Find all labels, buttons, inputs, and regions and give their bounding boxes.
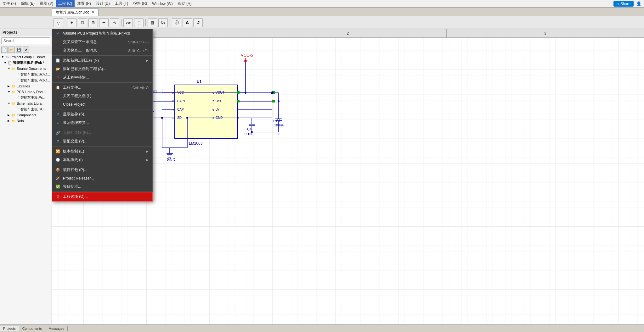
share-button[interactable]: ▷ Share — [613, 1, 634, 7]
tree-item-source-docs[interactable]: ▼ 📁 Source Documents — [0, 66, 52, 71]
bottom-tab-messages[interactable]: Messages — [45, 326, 68, 331]
menu-help[interactable]: 帮助 (H) — [175, 0, 194, 7]
toolbar-diode-btn[interactable]: D₁ — [158, 18, 168, 27]
menu-remove[interactable]: ✕ 从工程中移除... — [52, 73, 152, 82]
menu-show-diff[interactable]: ⊕ 显示差异 (S)... — [52, 110, 152, 119]
panel-save-btn[interactable]: 💾 — [16, 47, 22, 53]
menu-design[interactable]: 设计 (D) — [93, 0, 112, 7]
tree-item-smart-car-prj[interactable]: ▼ 📋 智能车主板.PrjPcb * — [0, 60, 52, 66]
arrow-icon: ▼ — [8, 90, 11, 93]
project-file-icon: 📋 — [55, 85, 61, 90]
menu-show-phys-diff[interactable]: ⊕ 显示物理差异... — [52, 119, 152, 127]
menu-view[interactable]: 视图 (V) — [37, 0, 56, 7]
tree-item-pcb-doc[interactable]: ▶ 📄 智能车主板.PcbD... — [0, 77, 52, 83]
menu-edit[interactable]: 编辑 (E) — [19, 0, 37, 7]
toolbar: + □ ⊟ ═ ∿ Vcc ⌶ ▦ D₁ ⓘ A ↺ — [0, 16, 644, 29]
bottom-tab-projects[interactable]: Projects — [0, 326, 19, 331]
local-hist-label: 本地历史 (I) — [63, 157, 144, 163]
tree-item-libraries[interactable]: ▶ 📁 Libraries — [0, 83, 52, 89]
toolbar-line-btn[interactable]: ⊟ — [88, 18, 98, 27]
proj-options-label: 工程选项 (O)... — [63, 194, 149, 199]
tree-item-sch-doc[interactable]: ▶ 📄 智能车主板.SchD... — [0, 71, 52, 77]
svg-text:GND: GND — [167, 158, 175, 162]
toolbar-filter-btn[interactable] — [54, 18, 63, 27]
left-panel: Projects 📄 📂 💾 ✕ ▼ 🗂 Project Group 1.Dsn… — [0, 29, 52, 332]
menu-tools[interactable]: 工具 (T) — [112, 0, 131, 7]
tree-item-project-group[interactable]: ▼ 🗂 Project Group 1.DsnW — [0, 54, 52, 60]
svg-point-74 — [251, 131, 253, 133]
sep3 — [145, 19, 146, 26]
toolbar-comp-btn[interactable]: ▦ — [148, 18, 157, 27]
svg-text:LM2663: LM2663 — [189, 141, 203, 146]
menu-validate[interactable]: ✔ Validate PCB Project 智能车主板.PrjPcb — [52, 29, 152, 38]
menu-pack-proj[interactable]: 📦 项目打包 (P)... — [52, 166, 152, 174]
bottom-tab-components[interactable]: Components — [19, 326, 45, 331]
user-icon[interactable]: 👤 — [636, 1, 641, 6]
svg-text:7: 7 — [212, 100, 214, 103]
toolbar-rect-btn[interactable]: □ — [78, 18, 87, 27]
tab-schdoc[interactable]: 智能车主板.SchDoc ✕ — [52, 8, 99, 16]
remove-label: 从工程中移除... — [63, 75, 149, 80]
variant-icon: ⚙ — [55, 139, 61, 144]
menu-version-ctrl[interactable]: 🔀 版本控制 (E) ▶ — [52, 147, 152, 156]
sep-1 — [52, 55, 152, 56]
menu-project-file[interactable]: 📋 工程文件... Ctrl+Alt+O — [52, 83, 152, 92]
menu-local-hist[interactable]: 🕐 本地历史 (I) ▶ — [52, 156, 152, 164]
menu-add-new[interactable]: 📄 添加新的...到工程 (N) ▶ — [52, 56, 152, 65]
pack-proj-label: 项目打包 (P)... — [63, 167, 149, 173]
menu-project[interactable]: 工程 (C) — [56, 0, 75, 7]
toolbar-gnd-btn[interactable]: ⌶ — [134, 18, 144, 27]
svg-text:C4: C4 — [247, 127, 251, 131]
menu-window[interactable]: Window (W) — [150, 1, 175, 7]
add-new-icon: 📄 — [55, 58, 61, 63]
show-diff-label: 显示差异 (S)... — [63, 112, 149, 117]
search-input[interactable] — [1, 37, 50, 44]
toolbar-vcc-btn[interactable]: Vcc — [123, 18, 133, 27]
prev-msg-label: 交叉探查上一条消息 — [63, 48, 122, 53]
menu-close-doc[interactable]: 关闭工程文档 (L) — [52, 92, 152, 100]
text-icon: A — [186, 20, 189, 25]
sep2 — [121, 19, 121, 26]
menu-proj-options[interactable]: ⚙ 工程选项 (O)... — [52, 192, 152, 201]
tree-item-pcb-lib[interactable]: ▼ 📁 PCB Library Docu... — [0, 89, 52, 95]
menu-prev-msg[interactable]: 交叉探查上一条消息 Shift+Ctrl+F4 — [52, 46, 152, 55]
menu-report[interactable]: 报告 (R) — [131, 0, 150, 7]
tree-item-pcb-lib-file[interactable]: ▶ 📄 智能车主板.Pc... — [0, 95, 52, 101]
menu-proj-approve[interactable]: ✅ 项目批准... — [52, 182, 152, 191]
panel-open-btn[interactable]: 📂 — [8, 47, 15, 53]
menu-variant[interactable]: ⚙ 装配变量 (V)... — [52, 137, 152, 146]
tree-item-components[interactable]: ▶ 📁 Components — [0, 112, 52, 118]
toolbar-arc-btn[interactable]: ↺ — [193, 18, 203, 27]
menu-next-msg[interactable]: 交叉探查下一条消息 Shift+Ctrl+F3 — [52, 38, 152, 46]
sep-7 — [52, 191, 152, 192]
toolbar-text-btn[interactable]: A — [183, 18, 192, 27]
svg-rect-93 — [237, 100, 240, 102]
toolbar-wire-btn[interactable]: ∿ — [110, 18, 119, 27]
menu-project-release[interactable]: 🚀 Project Releaser... — [52, 174, 152, 182]
arrow-icon: ▶ — [8, 119, 11, 122]
menu-place[interactable]: 放置 (P) — [75, 0, 93, 7]
menu-add-existing[interactable]: 📂 添加已有文档到工程 (A)... — [52, 65, 152, 73]
menu-close-proj[interactable]: Close Project — [52, 100, 152, 108]
group-icon: 🗂 — [5, 55, 9, 59]
tree-item-nets[interactable]: ▶ 📁 Nets — [0, 118, 52, 124]
sep-3 — [52, 109, 152, 109]
add-existing-icon: 📂 — [55, 67, 61, 72]
tree-item-sch-lib-file[interactable]: ▶ 📄 智能车主板.SC... — [0, 106, 52, 112]
arrow-icon: ▶ — [8, 85, 11, 88]
panel-new-btn[interactable]: 📄 — [1, 47, 8, 53]
info-icon: ⓘ — [175, 20, 179, 25]
toolbar-bus-btn[interactable]: ═ — [99, 18, 109, 27]
show-phys-diff-icon: ⊕ — [55, 120, 61, 125]
arrow-icon: ▶ — [8, 113, 11, 117]
tab-close-icon[interactable]: ✕ — [92, 10, 94, 14]
panel-close-btn[interactable]: ✕ — [23, 47, 29, 53]
next-msg-shortcut: Shift+Ctrl+F3 — [128, 40, 149, 44]
tree-item-sch-lib[interactable]: ▼ 📁 Schematic Librar... — [0, 101, 52, 106]
add-existing-label: 添加已有文档到工程 (A)... — [63, 66, 149, 72]
schematic-area[interactable]: 2 3 VCC-5 NetLabel1 — [52, 29, 644, 332]
svg-point-72 — [278, 100, 280, 102]
toolbar-info-btn[interactable]: ⓘ — [172, 18, 181, 27]
menu-file[interactable]: 文件 (F) — [0, 0, 19, 7]
toolbar-add-btn[interactable]: + — [67, 18, 76, 27]
